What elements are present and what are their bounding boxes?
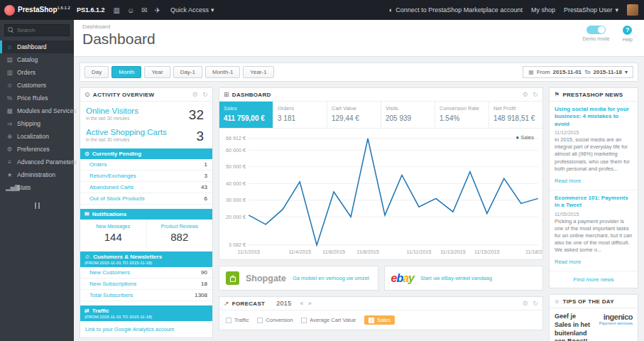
kpi-visits[interactable]: Visits 205 939: [381, 102, 435, 128]
refresh-icon[interactable]: ↻: [533, 300, 538, 307]
range-button-year[interactable]: Year: [144, 66, 170, 78]
read-more-link[interactable]: Read more: [555, 178, 581, 184]
chart-legend[interactable]: ● Sales: [515, 134, 534, 141]
chevron-down-icon: ▾: [615, 6, 618, 13]
date-range-picker[interactable]: ▦ From 2015-11-01 To 2015-11-18 ▾: [523, 66, 633, 78]
sliders-icon: ≡: [6, 158, 13, 166]
next-year-button[interactable]: »: [308, 300, 312, 307]
main-content: Dashboard Dashboard Demo mode ? Help Day…: [74, 20, 644, 341]
checkbox-icon: [257, 318, 263, 323]
my-shop-link[interactable]: My shop: [531, 6, 555, 13]
ingenico-name: ingenico: [596, 313, 633, 321]
kpi-conversion-rate[interactable]: Conversion Rate 1.54%: [435, 102, 489, 128]
kpi-net-profit[interactable]: Net Profit 148 918,51 €: [489, 102, 542, 128]
row-label[interactable]: New Customers: [89, 269, 130, 276]
news-panel-title: PRESTASHOP NEWS: [562, 92, 623, 98]
sidebar-item-label: Preferences: [17, 146, 50, 153]
row-label[interactable]: Orders: [89, 161, 107, 168]
sidebar-item-stats[interactable]: ▂▅▇ Stats: [0, 181, 74, 194]
forecast-year[interactable]: 2015: [276, 300, 291, 307]
refresh-icon[interactable]: ↻: [202, 91, 208, 98]
rocket-icon[interactable]: ✈: [155, 6, 160, 14]
shopgate-link[interactable]: Ga mobiel en verhoog uw omzet: [293, 275, 369, 281]
user-menu[interactable]: PrestaShop User ▾: [564, 6, 618, 13]
person-icon[interactable]: ☺: [127, 6, 134, 14]
search-input[interactable]: [17, 27, 68, 33]
section-subtitle: (FROM 2015-11-01 TO 2015-11-18): [84, 261, 208, 265]
breadcrumb[interactable]: Dashboard: [82, 23, 635, 30]
bag-icon[interactable]: ▥: [114, 6, 120, 14]
sidebar-item-catalog[interactable]: ▤ Catalog: [0, 53, 74, 66]
sidebar-item-shipping[interactable]: ⇒ Shipping: [0, 117, 74, 130]
avatar[interactable]: [627, 4, 638, 16]
sidebar-item-price-rules[interactable]: % Price Rules: [0, 92, 74, 104]
row-label[interactable]: Total Subscribers: [89, 292, 133, 298]
quick-access-label: Quick Access: [170, 6, 209, 13]
envelope-icon[interactable]: ✉: [141, 6, 147, 14]
row-label[interactable]: Out of Stock Products: [89, 195, 145, 202]
forecast-toggle-average-cart-value[interactable]: Average Cart Value: [301, 317, 356, 323]
sidebar-item-advanced-parameters[interactable]: ≡ Advanced Parameters: [0, 156, 74, 168]
gear-icon[interactable]: ⚙: [192, 91, 198, 98]
kpi-sales[interactable]: Sales 411 759,00 €: [219, 102, 273, 128]
gear-icon[interactable]: ⚙: [523, 91, 528, 98]
checkbox-icon: [301, 318, 307, 323]
sidebar-item-administration[interactable]: ★ Administration: [0, 168, 74, 181]
help-icon[interactable]: ?: [623, 26, 632, 35]
row-label[interactable]: Abandoned Carts: [89, 184, 133, 190]
gear-icon[interactable]: ⚙: [523, 300, 528, 307]
brand-name: PrestaShop1.6.1.2: [18, 6, 70, 13]
svg-text:66 912 €: 66 912 €: [226, 136, 246, 142]
sidebar-item-preferences[interactable]: ⚙ Preferences: [0, 143, 74, 156]
cell-label: Product Reviews: [150, 224, 210, 229]
ebay-link[interactable]: Start uw eBay-winkel vandaag: [420, 275, 492, 281]
sidebar-item-modules[interactable]: ▩ Modules and Services: [0, 104, 74, 117]
customers-row-total-subscribers: Total Subscribers 1308: [80, 290, 212, 301]
article-title[interactable]: Using social media for your business: 4 …: [555, 106, 633, 128]
collapse-sidebar-button[interactable]: [0, 202, 74, 209]
article-title[interactable]: Ecommerce 101: Payments in a Tweet: [555, 195, 633, 210]
kpi-cart-value[interactable]: Cart Value 129,44 €: [327, 102, 381, 128]
previous-year-button[interactable]: «: [300, 300, 303, 307]
refresh-icon[interactable]: ↻: [533, 91, 538, 98]
activity-column: ⊙ ACTIVITY OVERVIEW ⚙ ↻ Online Visitors …: [80, 87, 213, 341]
brand-block[interactable]: PrestaShop1.6.1.2: [0, 5, 74, 16]
sidebar-item-orders[interactable]: ▥ Orders: [0, 66, 74, 79]
marketplace-connect-link[interactable]: ◐ Connect to PrestaShop Marketplace acco…: [389, 6, 523, 13]
shop-name[interactable]: PS1.6.1.2: [77, 6, 105, 13]
demo-mode-toggle[interactable]: [586, 26, 606, 34]
find-more-news-link[interactable]: Find more news: [550, 271, 638, 288]
ebay-ad[interactable]: ebay Start uw eBay-winkel vandaag: [384, 266, 544, 291]
row-label[interactable]: Return/Exchanges: [89, 173, 136, 179]
active-carts-sub: in the last 30 minutes: [86, 137, 207, 142]
range-button-day[interactable]: Day: [84, 66, 109, 78]
sidebar-item-label: Dashboard: [17, 43, 47, 50]
to-date: 2015-11-18: [594, 69, 622, 75]
toggle-label: Traffic: [234, 317, 249, 323]
notifications-header: ✉ Notifications: [80, 209, 212, 220]
row-label[interactable]: New Subscriptions: [89, 281, 136, 287]
range-button-month[interactable]: Month: [111, 66, 141, 78]
shopgate-ad[interactable]: Shopgate Ga mobiel en verhoog uw omzet: [219, 266, 378, 291]
demo-mode-label: Demo mode: [582, 36, 609, 41]
range-button-month-1[interactable]: Month-1: [205, 66, 240, 78]
new-messages-cell[interactable]: New Messages 144: [80, 220, 147, 247]
sidebar-item-customers[interactable]: ☺ Customers: [0, 79, 74, 92]
forecast-toggle-conversion[interactable]: Conversion: [257, 317, 293, 323]
range-button-year-1[interactable]: Year-1: [243, 66, 273, 78]
sidebar-item-dashboard[interactable]: ⌂ Dashboard: [0, 40, 74, 53]
forecast-toggle-sales[interactable]: ✓ Sales: [364, 315, 395, 325]
google-analytics-link[interactable]: Link to your Google Analytics account: [80, 321, 212, 337]
kpi-orders[interactable]: Orders 3 181: [273, 102, 327, 128]
sidebar-item-localization[interactable]: ⊕ Localization: [0, 130, 74, 143]
product-reviews-cell[interactable]: Product Reviews 882: [147, 220, 213, 247]
forecast-toggle-traffic[interactable]: Traffic: [226, 317, 249, 323]
kpi-label: Cart Value: [332, 105, 376, 112]
range-button-day-1[interactable]: Day-1: [173, 66, 202, 78]
ingenico-logo[interactable]: ingenico Payment services: [596, 313, 633, 341]
help-control: ? Help: [623, 26, 633, 42]
read-more-link[interactable]: Read more: [555, 259, 581, 265]
quick-access-menu[interactable]: Quick Access ▾: [170, 6, 214, 13]
dashboard-panel: ⊞ DASHBOARD ⚙ ↻ Sales 411 759,00 €: [219, 87, 543, 260]
active-carts-label[interactable]: Active Shopping Carts: [86, 128, 207, 136]
